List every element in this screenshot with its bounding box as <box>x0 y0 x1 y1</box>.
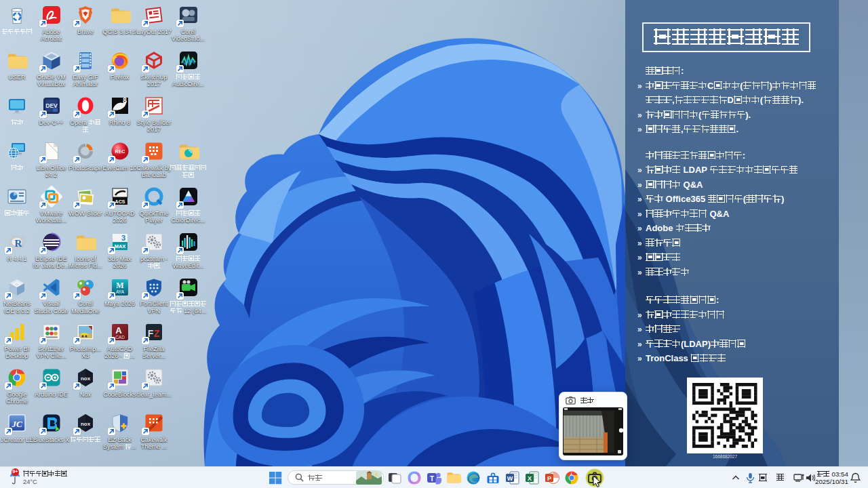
svg-text:JC: JC <box>11 419 22 429</box>
svg-text:R: R <box>15 238 22 249</box>
svg-text:M: M <box>116 281 123 290</box>
svg-text:nox: nox <box>81 421 91 427</box>
svg-text:Z: Z <box>154 328 160 339</box>
svg-text:CAD: CAD <box>115 335 125 340</box>
svg-text:REC: REC <box>115 149 125 154</box>
svg-text:AYA: AYA <box>115 289 124 294</box>
svg-text:nox: nox <box>81 375 91 382</box>
svg-text:3: 3 <box>121 234 125 242</box>
svg-text:ACS: ACS <box>115 199 125 204</box>
svg-text:8: 8 <box>123 97 127 104</box>
svg-text:DEV: DEV <box>45 102 58 109</box>
svg-text:MAX: MAX <box>114 243 125 249</box>
